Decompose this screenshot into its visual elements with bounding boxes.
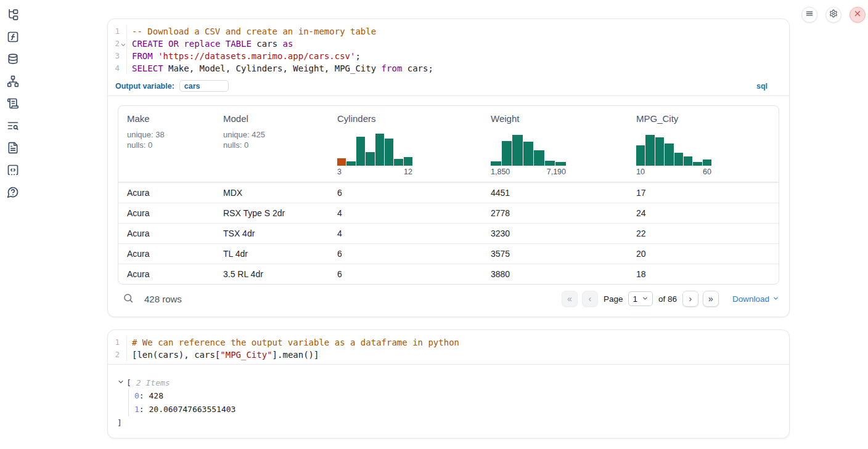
data-sources-icon[interactable] [7,53,19,65]
table-row[interactable]: AcuraTL 4dr6357520 [118,243,779,264]
column-stat: nulls: 0 [127,140,223,150]
code-token: ].mean()] [272,350,319,360]
histogram-bar [375,134,384,166]
table-row[interactable]: AcuraRSX Type S 2dr4277824 [118,203,779,223]
documentation-icon[interactable] [7,142,19,154]
code-token: as [283,39,293,49]
table-cell: TL 4dr [223,249,337,259]
column-header-model[interactable]: Modelunique: 425nulls: 0 [223,106,337,182]
tree-item-value: : 428 [139,391,163,400]
table-row[interactable]: AcuraTSX 4dr4323022 [118,223,779,243]
file-explorer-icon[interactable] [7,9,19,21]
first-page-button[interactable]: « [562,291,578,307]
histogram-bar [366,152,374,166]
collapse-chevron-icon[interactable] [117,378,126,387]
open-bracket: [ [126,378,131,387]
code-text: # We can reference the output variable a… [127,336,459,349]
line-number: 1 [108,336,127,349]
sql-cell: 1-- Download a CSV and create an in-memo… [107,18,790,317]
table-cell: 22 [636,229,770,238]
python-code-editor[interactable]: 1# We can reference the output variable … [108,330,789,361]
column-stats: unique: 425nulls: 0 [223,129,337,150]
page-total-label: of 86 [658,294,677,304]
table-row[interactable]: Acura3.5 RL 4dr6388018 [118,264,779,284]
table-cell: 20 [636,249,770,259]
chevron-down-icon [642,294,649,304]
table-cell: 3230 [491,229,636,238]
dependency-graph-icon[interactable] [7,75,19,87]
sql-code-editor[interactable]: 1-- Download a CSV and create an in-memo… [108,19,789,75]
variables-icon[interactable] [7,31,19,43]
help-icon[interactable] [7,186,19,198]
code-text: FROM 'https://datasets.marimo.app/cars.c… [127,50,361,62]
row-count: 428 rows [144,294,182,304]
column-label: Weight [491,113,636,124]
prev-page-button[interactable]: ‹ [582,291,598,307]
histogram-bar [655,137,664,166]
table-cell: 2778 [491,208,636,218]
axis-max-label: 12 [404,168,412,176]
data-table: Makeunique: 38nulls: 0Modelunique: 425nu… [118,105,779,285]
histogram-bar [337,158,346,166]
chevron-down-icon [772,294,779,304]
table-cell: RSX Type S 2dr [223,208,337,218]
code-token: 'https://datasets.marimo.app/cars.csv' [158,51,355,61]
download-button[interactable]: Download [732,294,779,304]
settings-button[interactable] [825,7,841,23]
page-select-value: 1 [633,294,637,304]
histogram-bar [665,144,673,166]
histogram-bar [394,159,403,166]
tree-item-index: 0 [134,391,139,400]
code-line: 4SELECT Make, Model, Cylinders, Weight, … [108,62,789,75]
histogram-axis: 1060 [636,168,711,176]
code-token: replace [184,39,220,49]
code-text: CREATE OR replace TABLE cars as [127,38,293,50]
tree-item-value: : 20.060747663551403 [139,405,236,414]
tree-children: 0: 4281: 20.060747663551403 [128,389,235,416]
last-page-button[interactable]: » [703,291,719,307]
pagination: « ‹ Page 1 of 86 › » [562,291,719,307]
table-cell: Acura [127,269,223,279]
column-header-mpg_city[interactable]: MPG_City1060 [636,106,770,182]
histogram-bar [356,137,365,166]
column-stats: unique: 38nulls: 0 [127,129,223,150]
code-token [163,39,168,49]
axis-min-label: 1,850 [491,168,510,176]
table-header: Makeunique: 38nulls: 0Modelunique: 425nu… [118,106,779,182]
table-row[interactable]: AcuraMDX6445117 [118,182,779,203]
code-token: TABLE [226,39,252,49]
snippets-icon[interactable] [7,164,19,176]
code-token: SELECT [132,63,163,73]
next-page-button[interactable]: › [682,291,698,307]
code-token: cars [252,39,283,49]
table-cell: Acura [127,229,223,238]
code-token: [len(cars), cars[ [132,350,220,360]
tree-item: 1: 20.060747663551403 [134,403,235,416]
shutdown-button[interactable] [850,7,866,23]
output-variable-input[interactable] [179,80,229,92]
outline-search-icon[interactable] [7,119,19,132]
page-label: Page [604,294,623,304]
fold-chevron-icon[interactable] [120,39,126,46]
code-line: 1-- Download a CSV and create an in-memo… [108,25,789,38]
column-histogram: 312 [337,134,412,176]
table-cell: 4 [337,208,491,218]
code-token [220,39,225,49]
logs-icon[interactable] [7,97,19,110]
table-body: AcuraMDX6445117AcuraRSX Type S 2dr427782… [118,182,779,284]
table-footer: 428 rows « ‹ Page 1 of 86 › » Download [118,288,779,309]
page-select[interactable]: 1 [628,291,653,306]
hamburger-menu-icon [805,9,814,20]
column-header-cylinders[interactable]: Cylinders312 [337,106,491,182]
menu-button[interactable] [801,7,817,23]
search-icon[interactable] [123,293,135,305]
code-token: OR [168,39,179,49]
table-cell: 18 [636,269,770,279]
histogram-bar [684,156,692,166]
histogram-bar [555,162,566,166]
table-cell: 24 [636,208,770,218]
table-cell: 17 [636,188,770,198]
table-cell: 3880 [491,269,636,279]
column-header-make[interactable]: Makeunique: 38nulls: 0 [127,106,223,182]
column-header-weight[interactable]: Weight1,8507,190 [491,106,636,182]
